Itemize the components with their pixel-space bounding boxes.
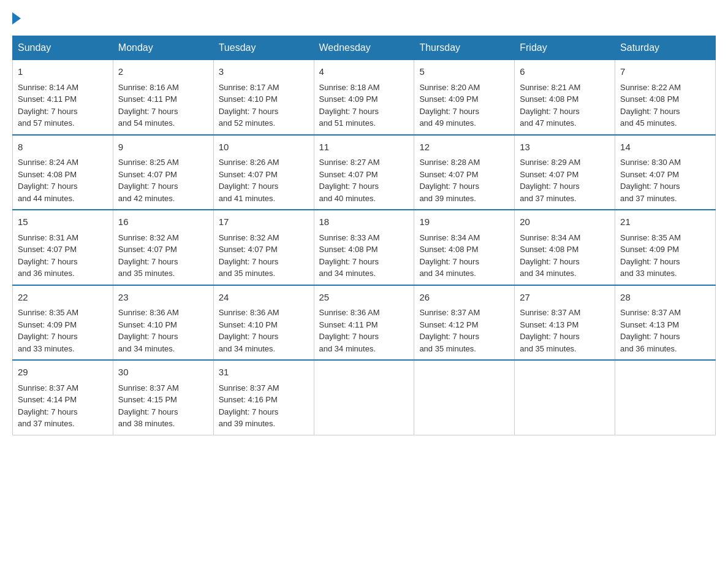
calendar-cell: 4Sunrise: 8:18 AMSunset: 4:09 PMDaylight…: [314, 60, 414, 135]
sunset-label: Sunset: 4:11 PM: [18, 94, 77, 104]
daylight-label: Daylight: 7 hours: [219, 107, 279, 116]
day-number: 9: [118, 140, 208, 155]
calendar-cell: 5Sunrise: 8:20 AMSunset: 4:09 PMDaylight…: [414, 60, 515, 135]
daylight-label: Daylight: 7 hours: [319, 182, 379, 191]
daylight-minutes: and 37 minutes.: [520, 194, 577, 203]
sunrise-label: Sunrise: 8:37 AM: [419, 308, 480, 317]
calendar-cell: 14Sunrise: 8:30 AMSunset: 4:07 PMDayligh…: [615, 135, 716, 210]
sunset-label: Sunset: 4:07 PM: [520, 170, 578, 179]
day-number: 30: [118, 366, 208, 380]
sunrise-label: Sunrise: 8:32 AM: [219, 233, 279, 242]
column-header-sunday: Sunday: [13, 36, 113, 60]
sunset-label: Sunset: 4:09 PM: [620, 245, 679, 254]
calendar-cell: [414, 360, 515, 435]
sunset-label: Sunset: 4:07 PM: [419, 170, 478, 179]
daylight-minutes: and 35 minutes.: [118, 269, 175, 278]
calendar-cell: 16Sunrise: 8:32 AMSunset: 4:07 PMDayligh…: [113, 210, 213, 285]
sunset-label: Sunset: 4:08 PM: [520, 245, 578, 254]
page-header: [12, 12, 716, 23]
calendar-week-row: 15Sunrise: 8:31 AMSunset: 4:07 PMDayligh…: [13, 210, 716, 285]
day-number: 16: [118, 215, 208, 229]
daylight-minutes: and 44 minutes.: [18, 194, 75, 203]
column-header-wednesday: Wednesday: [314, 36, 414, 60]
daylight-label: Daylight: 7 hours: [620, 107, 680, 116]
daylight-minutes: and 33 minutes.: [620, 269, 677, 278]
day-number: 13: [520, 140, 610, 155]
calendar-week-row: 29Sunrise: 8:37 AMSunset: 4:14 PMDayligh…: [13, 360, 716, 435]
column-header-tuesday: Tuesday: [213, 36, 314, 60]
sunrise-label: Sunrise: 8:16 AM: [118, 83, 179, 92]
calendar-cell: 25Sunrise: 8:36 AMSunset: 4:11 PMDayligh…: [314, 285, 414, 361]
sunset-label: Sunset: 4:09 PM: [18, 320, 77, 329]
daylight-minutes: and 52 minutes.: [219, 118, 276, 128]
day-number: 7: [620, 65, 710, 79]
day-number: 25: [319, 291, 409, 305]
day-number: 12: [419, 140, 509, 155]
sunset-label: Sunset: 4:13 PM: [520, 320, 578, 329]
sunset-label: Sunset: 4:07 PM: [118, 170, 177, 179]
sunset-label: Sunset: 4:10 PM: [219, 320, 278, 329]
sunset-label: Sunset: 4:10 PM: [219, 94, 278, 104]
day-number: 5: [419, 65, 509, 79]
daylight-label: Daylight: 7 hours: [520, 332, 580, 341]
daylight-minutes: and 34 minutes.: [520, 269, 577, 278]
sunrise-label: Sunrise: 8:34 AM: [419, 233, 480, 242]
calendar-cell: 28Sunrise: 8:37 AMSunset: 4:13 PMDayligh…: [615, 285, 716, 361]
sunrise-label: Sunrise: 8:28 AM: [419, 158, 480, 167]
daylight-minutes: and 39 minutes.: [419, 194, 476, 203]
sunset-label: Sunset: 4:08 PM: [620, 94, 679, 104]
sunset-label: Sunset: 4:15 PM: [118, 395, 177, 404]
calendar-cell: 20Sunrise: 8:34 AMSunset: 4:08 PMDayligh…: [515, 210, 615, 285]
sunset-label: Sunset: 4:07 PM: [219, 245, 278, 254]
daylight-minutes: and 41 minutes.: [219, 194, 276, 203]
sunrise-label: Sunrise: 8:37 AM: [118, 383, 179, 393]
daylight-label: Daylight: 7 hours: [520, 182, 580, 191]
calendar-cell: 22Sunrise: 8:35 AMSunset: 4:09 PMDayligh…: [13, 285, 113, 361]
daylight-minutes: and 34 minutes.: [419, 269, 476, 278]
calendar-cell: [314, 360, 414, 435]
day-number: 24: [219, 291, 309, 305]
sunrise-label: Sunrise: 8:26 AM: [219, 158, 279, 167]
sunrise-label: Sunrise: 8:17 AM: [219, 83, 279, 92]
daylight-label: Daylight: 7 hours: [520, 257, 580, 266]
daylight-label: Daylight: 7 hours: [419, 257, 479, 266]
day-number: 27: [520, 291, 610, 305]
day-number: 20: [520, 215, 610, 229]
sunset-label: Sunset: 4:07 PM: [620, 170, 679, 179]
day-number: 3: [219, 65, 309, 79]
calendar-cell: 30Sunrise: 8:37 AMSunset: 4:15 PMDayligh…: [113, 360, 213, 435]
daylight-minutes: and 33 minutes.: [18, 344, 75, 353]
daylight-label: Daylight: 7 hours: [620, 257, 680, 266]
calendar-cell: 24Sunrise: 8:36 AMSunset: 4:10 PMDayligh…: [213, 285, 314, 361]
day-number: 29: [18, 366, 108, 380]
day-number: 17: [219, 215, 309, 229]
day-number: 26: [419, 291, 509, 305]
day-number: 23: [118, 291, 208, 305]
daylight-minutes: and 45 minutes.: [620, 118, 677, 128]
daylight-minutes: and 57 minutes.: [18, 118, 75, 128]
sunset-label: Sunset: 4:14 PM: [18, 395, 77, 404]
daylight-minutes: and 54 minutes.: [118, 118, 175, 128]
daylight-label: Daylight: 7 hours: [118, 407, 178, 416]
daylight-label: Daylight: 7 hours: [118, 107, 178, 116]
day-number: 19: [419, 215, 509, 229]
daylight-minutes: and 47 minutes.: [520, 118, 577, 128]
calendar-cell: [515, 360, 615, 435]
sunrise-label: Sunrise: 8:36 AM: [219, 308, 279, 317]
sunrise-label: Sunrise: 8:24 AM: [18, 158, 78, 167]
day-number: 31: [219, 366, 309, 380]
sunset-label: Sunset: 4:09 PM: [419, 94, 478, 104]
calendar-cell: 1Sunrise: 8:14 AMSunset: 4:11 PMDaylight…: [13, 60, 113, 135]
sunrise-label: Sunrise: 8:25 AM: [118, 158, 179, 167]
sunrise-label: Sunrise: 8:35 AM: [620, 233, 681, 242]
sunset-label: Sunset: 4:08 PM: [319, 245, 378, 254]
calendar-cell: 27Sunrise: 8:37 AMSunset: 4:13 PMDayligh…: [515, 285, 615, 361]
sunrise-label: Sunrise: 8:18 AM: [319, 83, 380, 92]
sunset-label: Sunset: 4:08 PM: [419, 245, 478, 254]
calendar-cell: 29Sunrise: 8:37 AMSunset: 4:14 PMDayligh…: [13, 360, 113, 435]
calendar-cell: 3Sunrise: 8:17 AMSunset: 4:10 PMDaylight…: [213, 60, 314, 135]
daylight-label: Daylight: 7 hours: [219, 332, 279, 341]
daylight-minutes: and 34 minutes.: [118, 344, 175, 353]
calendar-cell: 8Sunrise: 8:24 AMSunset: 4:08 PMDaylight…: [13, 135, 113, 210]
sunset-label: Sunset: 4:07 PM: [18, 245, 77, 254]
